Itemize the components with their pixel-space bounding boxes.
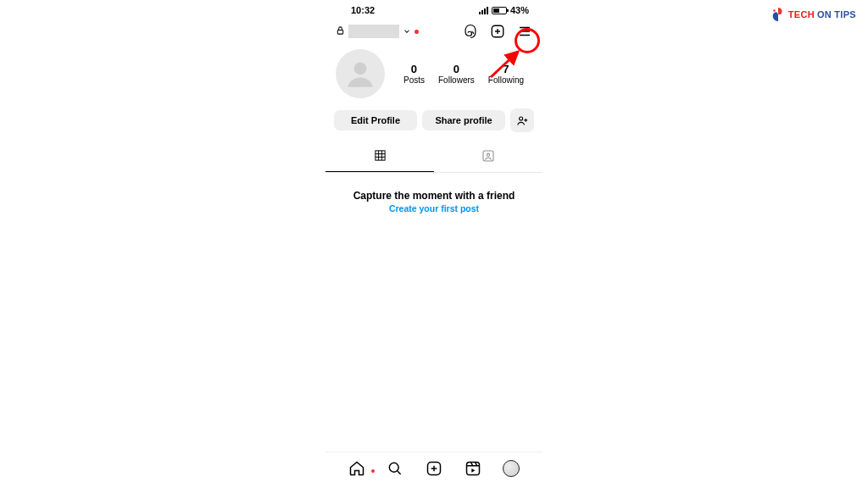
svg-rect-5: [375, 151, 384, 160]
nav-create-icon[interactable]: [425, 459, 443, 478]
watermark-text-blue: ON TIPS: [817, 9, 856, 19]
create-post-icon[interactable]: [488, 22, 507, 41]
svg-rect-1: [337, 30, 342, 35]
svg-point-0: [773, 9, 776, 12]
stat-posts[interactable]: 0 Posts: [403, 63, 425, 85]
battery-icon: [492, 7, 507, 14]
profile-avatar-small: [503, 460, 520, 477]
stat-following[interactable]: 7 Following: [488, 63, 524, 85]
tagged-icon: [481, 149, 495, 166]
stat-posts-count: 0: [403, 63, 425, 75]
create-first-post-link[interactable]: Create your first post: [334, 203, 534, 214]
profile-actions: Edit Profile Share profile: [326, 105, 542, 141]
status-right: 43%: [479, 5, 529, 15]
svg-point-7: [487, 153, 489, 156]
stat-followers-count: 0: [438, 63, 475, 75]
grid-tab[interactable]: [326, 142, 434, 172]
svg-point-3: [354, 63, 367, 75]
phone-frame: 10:32 43%: [326, 0, 542, 488]
svg-point-4: [519, 117, 522, 120]
profile-tabs: [326, 142, 542, 173]
battery-percent: 43%: [510, 5, 529, 15]
watermark-text-red: TECH: [788, 9, 815, 19]
nav-search-icon[interactable]: [386, 459, 404, 478]
svg-point-8: [390, 463, 399, 472]
svg-rect-10: [466, 463, 479, 475]
profile-header: 0 Posts 0 Followers 7 Following: [326, 46, 542, 105]
topbar-left[interactable]: [336, 24, 419, 39]
status-bar: 10:32 43%: [326, 0, 542, 17]
edit-profile-button[interactable]: Edit Profile: [334, 110, 417, 130]
empty-title: Capture the moment with a friend: [334, 190, 534, 202]
stat-following-count: 7: [488, 63, 524, 75]
stat-followers-label: Followers: [438, 75, 475, 85]
empty-state: Capture the moment with a friend Create …: [326, 173, 542, 230]
nav-profile-icon[interactable]: [502, 459, 520, 478]
hamburger-menu-icon[interactable]: [515, 22, 534, 41]
watermark-icon: [771, 7, 786, 22]
stat-following-label: Following: [488, 75, 524, 85]
bottom-nav: [326, 452, 542, 478]
username-redacted: [348, 25, 399, 38]
watermark-logo: TECH ON TIPS: [771, 7, 856, 22]
profile-stats: 0 Posts 0 Followers 7 Following: [395, 63, 532, 85]
status-time: 10:32: [351, 5, 375, 15]
nav-home-notification-dot: [371, 469, 375, 473]
threads-icon[interactable]: [461, 22, 480, 41]
nav-home-icon[interactable]: [348, 459, 366, 478]
nav-reels-icon[interactable]: [464, 459, 482, 478]
discover-people-button[interactable]: [510, 108, 534, 132]
share-profile-button[interactable]: Share profile: [422, 110, 505, 130]
lock-icon: [336, 24, 345, 39]
tagged-tab[interactable]: [434, 142, 542, 172]
notification-dot-icon: [415, 30, 419, 34]
stat-followers[interactable]: 0 Followers: [438, 63, 475, 85]
profile-topbar: [326, 17, 542, 46]
avatar[interactable]: [336, 49, 385, 98]
signal-icon: [479, 7, 488, 14]
stat-posts-label: Posts: [403, 75, 425, 85]
chevron-down-icon: [403, 24, 411, 39]
grid-icon: [374, 149, 387, 166]
